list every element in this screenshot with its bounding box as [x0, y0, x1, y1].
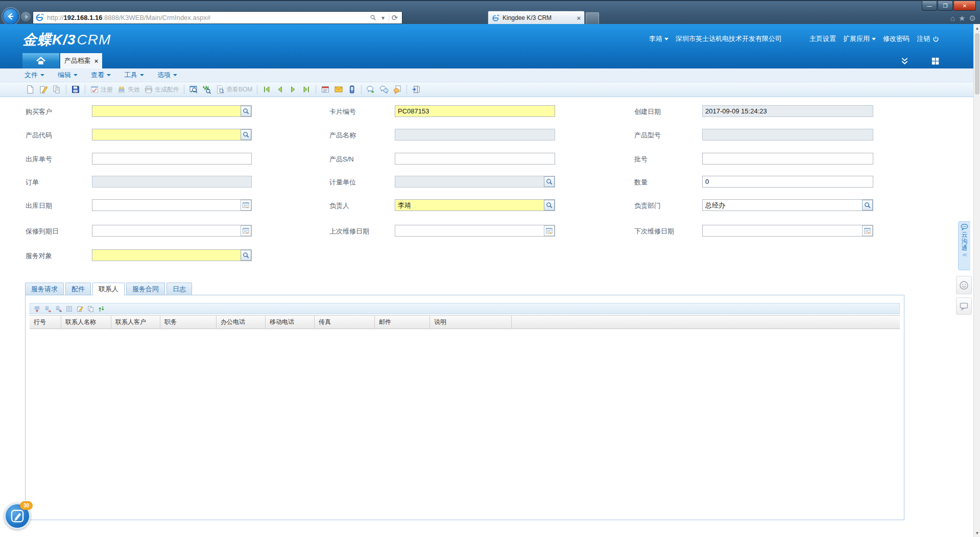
browser-back-button[interactable] [3, 8, 19, 25]
menu-1[interactable]: 编辑 [58, 71, 78, 80]
menu-3[interactable]: 工具 [124, 71, 144, 80]
service-object-lookup-button[interactable] [241, 250, 251, 261]
extend-app-menu[interactable]: 扩展应用 [843, 34, 876, 43]
quantity-input[interactable] [702, 176, 873, 188]
owner-lookup-button[interactable] [544, 200, 555, 211]
toolbar-button-report[interactable] [319, 83, 332, 96]
grid-column-header-0[interactable]: 行号 [30, 316, 61, 329]
browser-tab-close-icon[interactable]: × [577, 14, 581, 22]
product-code-lookup-button[interactable] [241, 129, 251, 140]
grid-toolbar-refresh[interactable] [97, 304, 106, 313]
home-settings-link[interactable]: 主页设置 [809, 34, 836, 43]
favorites-star-icon[interactable]: ★ [959, 14, 965, 23]
owner-input[interactable] [395, 199, 555, 211]
user-menu[interactable]: 李靖 [649, 34, 668, 43]
card-number-input[interactable] [395, 105, 555, 117]
settings-gear-icon[interactable]: ⚙ [969, 14, 976, 23]
toolbar-button-chat[interactable] [377, 83, 391, 96]
double-chevron-down-icon[interactable] [900, 57, 910, 65]
product-code-input[interactable] [92, 129, 252, 141]
minimize-button[interactable]: — [922, 1, 937, 11]
owner-dept-input[interactable] [702, 199, 873, 211]
toolbar-button-send-message[interactable] [364, 83, 377, 96]
buy-customer-lookup-button[interactable] [241, 106, 251, 116]
browser-tab[interactable]: Kingdee K/3 CRM × [488, 11, 585, 25]
toolbar-button-sn-search[interactable] [200, 83, 213, 96]
toolbar-button-sms[interactable] [345, 83, 358, 96]
grid-toolbar-copy-row[interactable] [86, 304, 95, 313]
browser-forward-button[interactable] [20, 11, 31, 22]
grid-column-header-8[interactable]: 说明 [430, 316, 512, 329]
last-repair-date-calendar-button[interactable] [544, 225, 555, 236]
outbound-date-input[interactable] [92, 199, 252, 211]
scroll-up-arrow[interactable]: ▲ [974, 24, 980, 32]
toolbar-button-prev-record[interactable] [273, 83, 286, 96]
restore-button[interactable]: ❐ [938, 1, 953, 11]
toolbar-button-exit[interactable] [410, 83, 423, 96]
change-password-link[interactable]: 修改密码 [883, 34, 910, 43]
grid-column-header-5[interactable]: 移动电话 [266, 316, 315, 329]
address-bar[interactable]: http://192.168.1.16:8888/K3WEB/Main/CrmI… [33, 11, 402, 24]
grid-column-header-1[interactable]: 联系人名称 [61, 316, 111, 329]
new-tab-button[interactable] [586, 12, 599, 25]
toolbar-button-comment[interactable] [391, 83, 404, 96]
toolbar-button-new-document[interactable] [23, 83, 37, 96]
toolbar-button-save[interactable] [69, 83, 82, 96]
grid-column-header-4[interactable]: 办公电话 [217, 316, 266, 329]
toolbar-button-mail[interactable] [332, 83, 345, 96]
menu-0[interactable]: 文件 [25, 71, 44, 80]
tab-close-icon[interactable]: × [94, 57, 99, 65]
warranty-expire-input[interactable] [92, 225, 252, 237]
grid-column-header-2[interactable]: 联系人客户 [111, 316, 160, 329]
next-repair-date-input[interactable] [702, 225, 873, 237]
feedback-comment-button[interactable] [956, 297, 972, 315]
buy-customer-input[interactable] [92, 105, 252, 117]
floating-edit-button[interactable]: 30 [4, 503, 31, 529]
last-repair-date-input[interactable] [395, 225, 555, 237]
address-dropdown-caret[interactable]: ▾ [378, 12, 388, 23]
grid-toolbar-delete-row[interactable] [54, 304, 63, 313]
grid-toolbar-append-row[interactable] [43, 304, 52, 313]
logout-link[interactable]: 注销 [917, 34, 940, 43]
service-object-input[interactable] [92, 249, 252, 261]
browser-scrollbar[interactable]: ▲ ▼ [973, 24, 980, 537]
grid-toolbar-view-row[interactable] [64, 304, 74, 313]
home-icon[interactable]: ⌂ [950, 14, 955, 23]
tab-home[interactable] [22, 53, 59, 68]
detail-tab-2[interactable]: 联系人 [92, 283, 125, 295]
toolbar-button-next-record[interactable] [286, 83, 300, 96]
grid-column-header-3[interactable]: 职务 [160, 316, 217, 329]
grid-toolbar-insert-row[interactable] [32, 304, 41, 313]
owner-dept-lookup-button[interactable] [862, 200, 873, 211]
detail-tab-0[interactable]: 服务请求 [25, 283, 64, 295]
menu-4[interactable]: 选项 [157, 71, 177, 80]
detail-tab-3[interactable]: 服务合同 [126, 283, 165, 295]
outbound-date-calendar-button[interactable] [241, 200, 251, 211]
toolbar-button-zoom-window[interactable] [187, 83, 200, 96]
menu-2[interactable]: 查看 [91, 71, 111, 80]
unit-lookup-button[interactable] [544, 176, 555, 187]
toolbar-button-last-record[interactable] [300, 83, 313, 96]
close-button[interactable]: ✕ [953, 1, 976, 11]
grid-toolbar-edit-row[interactable] [75, 304, 84, 313]
product-sn-input[interactable] [395, 153, 555, 165]
batch-no-input[interactable] [702, 153, 873, 165]
toolbar-button-edit-pencil[interactable] [37, 83, 50, 96]
toolbar-button-first-record[interactable] [260, 83, 273, 96]
refresh-icon[interactable]: ⟳ [390, 12, 400, 23]
next-repair-date-calendar-button[interactable] [862, 225, 873, 236]
toolbar-button-copy[interactable] [50, 83, 63, 96]
grid-column-header-7[interactable]: 邮件 [375, 316, 430, 329]
scrollbar-thumb[interactable] [975, 33, 979, 95]
search-icon[interactable] [368, 12, 378, 23]
cloud-chat-tab[interactable]: 云沟通 ≪ [958, 221, 970, 270]
tab-product-archive[interactable]: 产品档案 × [60, 53, 102, 68]
detail-tab-4[interactable]: 日志 [166, 283, 192, 295]
feedback-smiley-button[interactable] [956, 276, 972, 294]
scroll-down-arrow[interactable]: ▼ [974, 529, 980, 537]
apps-grid-icon[interactable] [931, 57, 940, 65]
warranty-expire-calendar-button[interactable] [241, 225, 251, 236]
detail-tab-1[interactable]: 配件 [65, 283, 91, 295]
outbound-no-input[interactable] [92, 153, 252, 165]
grid-column-header-6[interactable]: 传真 [315, 316, 375, 329]
